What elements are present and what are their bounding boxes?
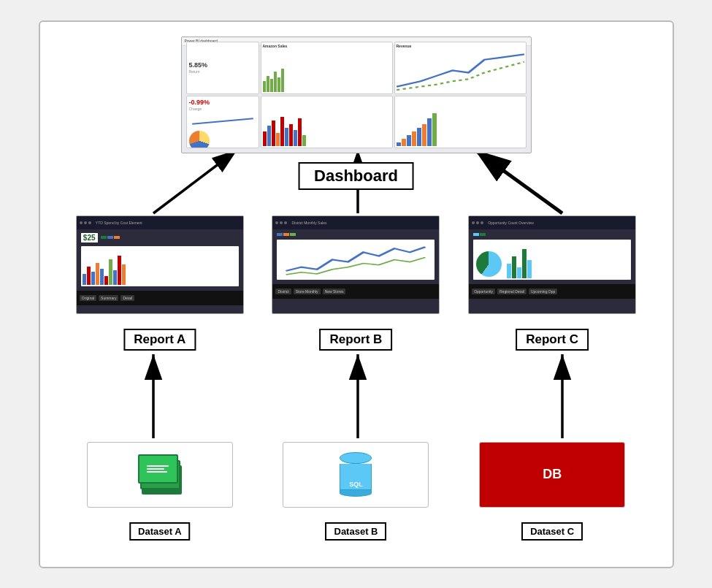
- kpi1-value: 5.85%: [189, 61, 208, 69]
- report-a-kpi: $25: [81, 233, 98, 243]
- dataset-c-box: DB Dataset C: [479, 442, 625, 541]
- footer-tab2: Regional Detail: [497, 289, 527, 294]
- report-b-title-text: District Monthly Sales: [291, 221, 326, 225]
- kpi2-value: -0.99%: [189, 99, 210, 106]
- report-a-content: $25: [77, 229, 243, 289]
- report-b-box: District Monthly Sales: [272, 215, 440, 351]
- donut-chart: [189, 131, 210, 145]
- report-c-title-text: Opportunity Count Overview: [488, 221, 534, 225]
- db-text: DB: [543, 467, 562, 482]
- kpi2-label: Change: [189, 107, 202, 111]
- dash-chart-top-right: Revenue: [394, 42, 527, 94]
- dataset-b-icon-area: SQL: [283, 442, 429, 508]
- datasets-row: Dataset A SQL Dataset B DB: [40, 442, 673, 541]
- report-a-footer: Original Summary Detail: [77, 291, 243, 305]
- report-b-footer: District Store Monthly New Stores: [272, 284, 439, 299]
- dataset-a-box: Dataset A: [87, 442, 233, 541]
- cylinder-bot: [340, 489, 372, 497]
- dataset-b-label: Dataset B: [326, 522, 387, 541]
- report-b-content: [272, 229, 439, 283]
- report-a-box: YTD Spend by Cost Element $25: [76, 215, 244, 351]
- mini-line-chart: [189, 113, 256, 128]
- footer-tab1: Opportunity: [472, 289, 495, 294]
- report-b-screenshot: District Monthly Sales: [272, 215, 440, 314]
- report-b-label: Report B: [320, 329, 393, 351]
- dot3: [481, 221, 483, 224]
- dot1: [275, 221, 278, 224]
- footer-tab2: Store Monthly: [294, 289, 321, 294]
- cylinder-top: [340, 452, 372, 464]
- footer-tab3: Detail: [120, 295, 134, 301]
- main-container: Power BI dashboard 5.85% Return -0.99% C…: [39, 20, 674, 568]
- dot2: [280, 221, 283, 224]
- dash-kpi2: -0.99% Change: [186, 96, 259, 148]
- dataset-a-label: Dataset A: [129, 522, 190, 541]
- report-a-chart: [81, 246, 239, 286]
- report-c-screenshot: Opportunity Count Overview: [468, 215, 636, 314]
- report-c-footer: Opportunity Regional Detail Upcoming Opp: [469, 284, 635, 299]
- dot2: [476, 221, 479, 224]
- dashboard-label: Dashboard: [298, 162, 414, 190]
- dataset-c-icon-area: DB: [479, 442, 625, 508]
- dataset-a-icon-area: [87, 442, 233, 508]
- dashboard-screenshot: Power BI dashboard 5.85% Return -0.99% C…: [181, 37, 532, 153]
- dataset-b-icon: SQL: [340, 452, 372, 497]
- report-a-screenshot: YTD Spend by Cost Element $25: [76, 215, 244, 314]
- footer-tab2: Summary: [99, 295, 118, 301]
- report-c-label: Report C: [516, 329, 589, 351]
- footer-tab3: New Stores: [323, 289, 346, 294]
- report-c-content: [469, 229, 635, 283]
- cylinder-body: SQL: [340, 464, 372, 489]
- dataset-c-label: Dataset C: [521, 522, 583, 541]
- footer-tab1: District: [275, 289, 291, 294]
- dot1: [472, 221, 475, 224]
- dash-inner: 5.85% Return -0.99% Change Amazon Sales: [182, 37, 531, 153]
- footer-tab3: Upcoming Opp: [529, 289, 557, 294]
- footer-tab1: Original: [80, 295, 96, 301]
- reports-row: YTD Spend by Cost Element $25: [40, 215, 673, 351]
- sql-text: SQL: [349, 481, 363, 488]
- report-c-chart: [473, 240, 631, 280]
- report-c-box: Opportunity Count Overview: [468, 215, 636, 351]
- report-a-header: YTD Spend by Cost Element: [77, 216, 243, 229]
- layer-3: [138, 454, 178, 484]
- report-c-header: Opportunity Count Overview: [469, 216, 635, 229]
- dashboard-section: Power BI dashboard 5.85% Return -0.99% C…: [181, 37, 532, 190]
- dash-chart-bot-right: [394, 96, 527, 148]
- dot3: [88, 221, 91, 224]
- report-a-title-text: YTD Spend by Cost Element: [96, 221, 142, 225]
- report-b-header: District Monthly Sales: [272, 216, 439, 229]
- kpi1-label: Return: [189, 69, 200, 74]
- dataset-c-icon: DB: [527, 449, 578, 500]
- report-a-label: Report A: [123, 329, 196, 351]
- dot1: [80, 221, 83, 224]
- dash-chart-bot-mid: [261, 96, 393, 148]
- report-b-chart: [277, 240, 435, 280]
- dot3: [284, 221, 287, 224]
- dataset-b-box: SQL Dataset B: [283, 442, 429, 541]
- dash-kpi1: 5.85% Return: [186, 42, 259, 94]
- dash-chart-top-mid: Amazon Sales: [261, 42, 393, 94]
- dot2: [84, 221, 87, 224]
- dataset-a-icon: [138, 454, 182, 495]
